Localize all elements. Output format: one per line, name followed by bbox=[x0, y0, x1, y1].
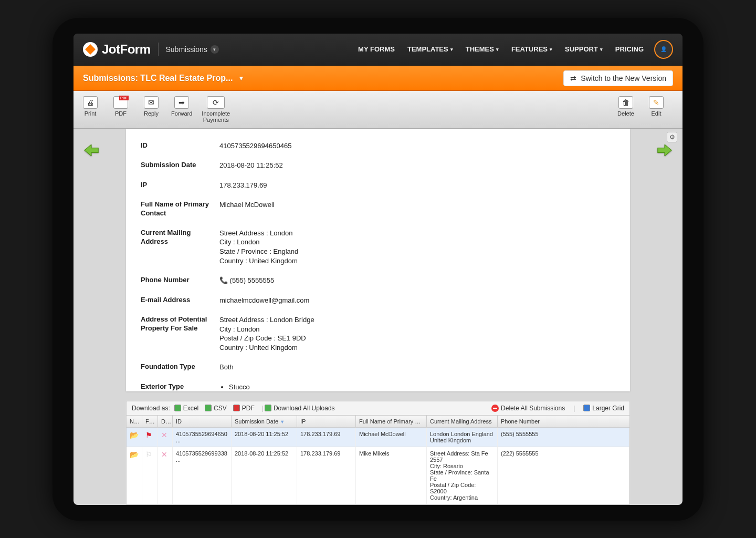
trash-icon: 🗑 bbox=[618, 96, 633, 109]
expand-icon bbox=[583, 405, 590, 411]
logo-text: JotForm bbox=[102, 42, 151, 57]
field-label-date: Submission Date bbox=[141, 161, 219, 170]
field-label-mailing: Current Mailing Address bbox=[141, 229, 219, 265]
field-value-property: Street Address : London BridgeCity : Lon… bbox=[219, 315, 615, 352]
delete-button[interactable]: 🗑 Delete bbox=[615, 96, 636, 123]
col-name[interactable]: Full Name of Primary Co... bbox=[356, 416, 427, 427]
content-area: ⚙ ID4105735529694650465 Submission Date2… bbox=[74, 129, 682, 505]
pdf-button[interactable]: PDF bbox=[110, 96, 131, 123]
cell-del[interactable]: ✕ bbox=[158, 447, 173, 504]
field-label-name: Full Name of Primary Contact bbox=[141, 200, 219, 218]
reply-label: Reply bbox=[144, 110, 159, 117]
logo-icon bbox=[83, 42, 98, 57]
nav-pricing[interactable]: PRICING bbox=[615, 45, 644, 53]
page-title-dropdown[interactable]: Submissions: TLC Real Estate Prop... ▼ bbox=[83, 74, 244, 83]
field-label-email: E-mail Address bbox=[141, 296, 219, 305]
field-value-date: 2018-08-20 11:25:52 bbox=[219, 161, 615, 170]
col-ip[interactable]: IP bbox=[297, 416, 356, 427]
download-excel-button[interactable]: Excel bbox=[174, 405, 198, 412]
cell-new[interactable]: 📂 bbox=[127, 428, 142, 447]
switch-version-button[interactable]: ⇄ Switch to the New Version bbox=[563, 70, 673, 86]
cell-del[interactable]: ✕ bbox=[158, 428, 173, 447]
col-new[interactable]: New bbox=[127, 416, 142, 427]
field-label-ip: IP bbox=[141, 181, 219, 190]
cell-flag[interactable]: ⚑ bbox=[142, 428, 158, 447]
field-value-email: michaelmcdowell@gmail.com bbox=[219, 296, 615, 305]
field-value-id: 4105735529694650465 bbox=[219, 141, 615, 151]
cell-name: Mike Mikels bbox=[356, 447, 427, 504]
cell-ip: 178.233.179.69 bbox=[297, 428, 356, 447]
larger-grid-button[interactable]: Larger Grid bbox=[583, 405, 624, 412]
delete-label: Delete bbox=[617, 110, 634, 117]
field-value-foundation: Both bbox=[219, 363, 615, 372]
svg-marker-0 bbox=[85, 144, 98, 156]
excel-icon bbox=[174, 405, 181, 411]
col-addr[interactable]: Current Mailing Address bbox=[427, 416, 498, 427]
field-value-exterior: StuccoBrick bbox=[219, 382, 615, 391]
printer-icon: 🖨 bbox=[83, 96, 98, 109]
toolbar: 🖨 Print PDF ✉ Reply ➡ Forward ⟳ Incomple… bbox=[74, 91, 682, 129]
field-value-mailing: Street Address : LondonCity : LondonStat… bbox=[219, 229, 615, 265]
download-csv-button[interactable]: CSV bbox=[205, 405, 227, 412]
cell-new[interactable]: 📂 bbox=[127, 447, 142, 504]
screen: JotForm Submissions ▾ MY FORMS TEMPLATES… bbox=[74, 34, 682, 505]
field-label-phone: Phone Number bbox=[141, 276, 219, 285]
pencil-icon: ✎ bbox=[649, 96, 664, 109]
arrow-right-icon bbox=[657, 144, 672, 156]
prev-submission-button[interactable] bbox=[84, 144, 99, 156]
chevron-down-icon: ▾ bbox=[450, 47, 453, 52]
download-all-uploads-button[interactable]: Download All Uploads bbox=[265, 405, 335, 412]
chevron-down-icon: ▾ bbox=[211, 45, 219, 54]
forward-icon: ➡ bbox=[174, 96, 189, 109]
forbid-icon bbox=[491, 405, 499, 412]
top-navbar: JotForm Submissions ▾ MY FORMS TEMPLATES… bbox=[74, 34, 682, 66]
svg-marker-1 bbox=[658, 144, 671, 156]
flag-outline-icon: ⚐ bbox=[145, 450, 152, 459]
settings-gear-button[interactable]: ⚙ bbox=[667, 132, 677, 142]
nav-section-dropdown[interactable]: Submissions ▾ bbox=[166, 45, 219, 54]
table-row[interactable]: 📂 ⚐ ✕ 4105735529699338... 2018-08-20 11:… bbox=[127, 447, 629, 504]
field-value-name: Michael McDowell bbox=[219, 200, 615, 218]
field-value-phone: 📞 (555) 5555555 bbox=[219, 276, 615, 285]
download-as-label: Download as: bbox=[132, 405, 170, 412]
nav-templates[interactable]: TEMPLATES▾ bbox=[407, 45, 453, 53]
nav-main: MY FORMS TEMPLATES▾ THEMES▾ FEATURES▾ SU… bbox=[358, 45, 644, 53]
cell-addr: London London England United Kingdom bbox=[427, 428, 498, 447]
nav-myforms[interactable]: MY FORMS bbox=[358, 45, 395, 53]
table-row[interactable]: 📂 ⚑ ✕ 4105735529694650... 2018-08-20 11:… bbox=[127, 428, 629, 447]
avatar[interactable]: 👤 bbox=[654, 40, 673, 59]
chevron-down-icon: ▾ bbox=[600, 47, 603, 52]
logo[interactable]: JotForm bbox=[83, 42, 151, 57]
col-flag[interactable]: Flag bbox=[142, 416, 158, 427]
arrow-left-icon bbox=[84, 144, 99, 156]
col-phone[interactable]: Phone Number bbox=[498, 416, 629, 427]
col-id[interactable]: ID bbox=[173, 416, 232, 427]
cell-id: 4105735529699338... bbox=[173, 447, 232, 504]
col-del[interactable]: Del bbox=[158, 416, 173, 427]
sort-desc-icon: ▼ bbox=[280, 419, 285, 425]
download-pdf-button[interactable]: PDF bbox=[233, 405, 255, 412]
nav-features[interactable]: FEATURES▾ bbox=[511, 45, 552, 53]
csv-icon bbox=[205, 405, 212, 411]
edit-button[interactable]: ✎ Edit bbox=[646, 96, 667, 123]
cell-flag[interactable]: ⚐ bbox=[142, 447, 158, 504]
reply-button[interactable]: ✉ Reply bbox=[141, 96, 162, 123]
field-label-exterior: Exterior Type bbox=[141, 382, 219, 391]
cell-phone: (222) 5555555 bbox=[498, 447, 629, 504]
delete-all-submissions-button[interactable]: Delete All Submissions bbox=[491, 405, 565, 412]
download-strip: Download as: Excel CSV PDF | Download Al… bbox=[126, 401, 630, 416]
pdf-icon bbox=[233, 405, 240, 411]
nav-themes[interactable]: THEMES▾ bbox=[466, 45, 499, 53]
cell-ip: 178.233.179.69 bbox=[297, 447, 356, 504]
next-submission-button[interactable] bbox=[657, 144, 672, 156]
nav-support[interactable]: SUPPORT▾ bbox=[565, 45, 603, 53]
incomplete-payments-button[interactable]: ⟳ Incomplete Payments bbox=[202, 96, 230, 123]
forward-button[interactable]: ➡ Forward bbox=[171, 96, 192, 123]
flag-icon: ⚑ bbox=[145, 431, 152, 439]
envelope-open-icon: 📂 bbox=[130, 450, 139, 459]
refresh-icon: ⟳ bbox=[207, 96, 225, 109]
col-date[interactable]: Submission Date▼ bbox=[232, 416, 297, 427]
chevron-down-icon: ▾ bbox=[496, 47, 499, 52]
print-button[interactable]: 🖨 Print bbox=[80, 96, 101, 123]
close-icon: ✕ bbox=[161, 450, 167, 459]
